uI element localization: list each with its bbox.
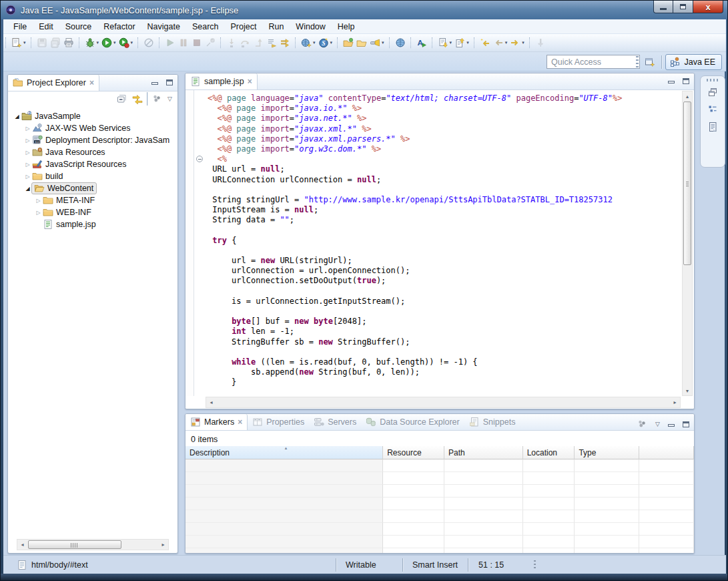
tab-properties[interactable]: Properties xyxy=(248,414,309,430)
maximize-editor-button[interactable] xyxy=(681,76,691,85)
tree-item-deployment-descriptor-javasam[interactable]: ▷3.0Deployment Descriptor: JavaSam xyxy=(8,134,176,146)
folding-ruler[interactable] xyxy=(195,90,205,396)
web-service-explorer-button[interactable]: S▾ xyxy=(317,35,334,50)
scrollbar-thumb[interactable] xyxy=(683,102,691,265)
export-file-button[interactable]: ▾ xyxy=(453,35,470,50)
perspective-java-ee-button[interactable]: Java EE xyxy=(665,54,722,70)
fold-collapse-icon[interactable] xyxy=(196,156,203,162)
tree-item-build[interactable]: ▷build xyxy=(8,170,176,182)
forward-button[interactable]: ▾ xyxy=(508,35,526,50)
column-header-path[interactable]: Path xyxy=(444,446,523,459)
close-icon[interactable]: × xyxy=(248,78,252,85)
collapse-arrow-icon[interactable]: ◢ xyxy=(24,186,31,192)
tab-project-explorer[interactable]: Project Explorer × xyxy=(8,75,99,91)
minimize-window-button[interactable] xyxy=(653,1,673,13)
project-explorer-horizontal-scrollbar[interactable]: ◂ ▸ xyxy=(17,539,169,550)
menu-help[interactable]: Help xyxy=(332,21,361,33)
run-button[interactable]: ▾ xyxy=(100,35,117,50)
search-button[interactable]: ▾ xyxy=(368,35,386,50)
scroll-left-icon[interactable]: ◂ xyxy=(206,397,216,407)
tree-item-javascript-resources[interactable]: ▷JavaScript Resources xyxy=(8,158,176,170)
maximize-button[interactable] xyxy=(681,417,691,431)
minimize-editor-button[interactable] xyxy=(667,76,676,85)
tab-sample-jsp[interactable]: sample.jsp × xyxy=(186,73,258,89)
import-file-button[interactable]: ▾ xyxy=(436,35,454,50)
column-header-type[interactable]: Type xyxy=(575,446,639,459)
view-customize-button[interactable] xyxy=(150,91,163,106)
column-header-resource[interactable]: Resource xyxy=(383,446,444,459)
last-edit-location-button[interactable] xyxy=(478,35,492,50)
run-to-line-button[interactable] xyxy=(265,35,278,50)
restore-views-button[interactable] xyxy=(705,85,721,99)
new-wizard-button[interactable]: ▾ xyxy=(10,35,27,50)
open-web-browser-button[interactable] xyxy=(394,35,407,50)
view-menu-button[interactable]: ▽ xyxy=(654,417,661,431)
quick-access-input[interactable] xyxy=(547,55,640,69)
expand-arrow-icon[interactable]: ▷ xyxy=(24,150,31,156)
scroll-down-icon[interactable]: ▾ xyxy=(683,386,692,395)
scrollbar-thumb[interactable] xyxy=(28,540,121,549)
print-button[interactable] xyxy=(62,35,75,50)
menu-navigate[interactable]: Navigate xyxy=(141,21,186,33)
menu-edit[interactable]: Edit xyxy=(33,21,59,33)
scroll-left-icon[interactable]: ◂ xyxy=(17,540,27,550)
tree-item-sample-jsp[interactable]: sample.jsp xyxy=(8,218,176,230)
scroll-right-icon[interactable]: ▸ xyxy=(670,397,680,407)
tree-item-web-inf[interactable]: ▷WEB-INF xyxy=(8,206,176,218)
outline-view-button[interactable] xyxy=(705,103,721,116)
annotation-ruler[interactable] xyxy=(186,90,194,396)
expand-arrow-icon[interactable]: ▷ xyxy=(24,126,31,132)
menu-file[interactable]: File xyxy=(7,21,33,33)
task-list-view-button[interactable] xyxy=(705,120,721,134)
menu-project[interactable]: Project xyxy=(225,21,263,33)
back-button[interactable]: ▾ xyxy=(492,35,509,50)
editor-horizontal-scrollbar[interactable]: ◂ ▸ xyxy=(206,397,681,408)
open-perspective-button[interactable] xyxy=(642,54,658,70)
menu-run[interactable]: Run xyxy=(262,21,290,33)
maximize-window-button[interactable] xyxy=(673,1,693,13)
collapse-all-button[interactable] xyxy=(115,91,128,106)
expand-arrow-icon[interactable]: ▷ xyxy=(35,210,42,216)
expand-arrow-icon[interactable]: ▷ xyxy=(24,138,31,144)
tree-item-jax-ws-web-services[interactable]: ▷JAX-WS Web Services xyxy=(8,122,176,134)
use-step-filters-button[interactable] xyxy=(278,35,292,50)
column-header-description[interactable]: Description▲ xyxy=(186,446,383,459)
import-button[interactable] xyxy=(342,35,355,50)
tree-item-javasample[interactable]: ◢JJavaSample xyxy=(8,110,176,122)
tab-servers[interactable]: Servers xyxy=(309,414,361,430)
table-cell xyxy=(444,548,523,553)
tree-item-java-resources[interactable]: ▷Java Resources xyxy=(8,146,176,158)
close-window-button[interactable]: x xyxy=(693,1,723,13)
menu-refactor[interactable]: Refactor xyxy=(97,21,141,33)
minimize-view-button[interactable] xyxy=(150,77,159,87)
close-icon[interactable]: × xyxy=(238,419,242,425)
link-with-editor-button[interactable] xyxy=(131,91,144,106)
new-web-service-button[interactable]: ▾ xyxy=(300,35,317,50)
debug-button[interactable]: ▾ xyxy=(83,35,101,50)
tree-item-webcontent[interactable]: ◢WebContent xyxy=(8,182,176,194)
tab-markers[interactable]: Markers× xyxy=(186,414,248,430)
tree-item-meta-inf[interactable]: ▷META-INF xyxy=(8,194,176,206)
menu-source[interactable]: Source xyxy=(59,21,98,33)
code-area[interactable]: <%@ page language="java" contentType="te… xyxy=(208,93,681,395)
scroll-right-icon[interactable]: ▸ xyxy=(158,540,168,550)
validate-button[interactable]: A xyxy=(415,35,428,50)
tab-data-source-explorer[interactable]: Data Source Explorer xyxy=(361,414,464,430)
run-last-tool-button[interactable]: ▾ xyxy=(117,35,135,50)
column-header-location[interactable]: Location xyxy=(523,446,575,459)
close-icon[interactable]: × xyxy=(89,79,94,86)
editor-vertical-scrollbar[interactable]: ▴ ▾ xyxy=(682,91,693,396)
expand-arrow-icon[interactable]: ▷ xyxy=(35,198,42,204)
export-button[interactable] xyxy=(355,35,368,50)
view-customize-button[interactable] xyxy=(635,417,649,431)
menu-window[interactable]: Window xyxy=(290,21,331,33)
scroll-up-icon[interactable]: ▴ xyxy=(683,91,692,101)
expand-arrow-icon[interactable]: ▷ xyxy=(24,174,31,180)
collapse-arrow-icon[interactable]: ◢ xyxy=(13,114,21,120)
minimize-button[interactable] xyxy=(667,417,676,431)
maximize-view-button[interactable] xyxy=(165,77,174,87)
tab-snippets[interactable]: Snippets xyxy=(464,414,520,430)
view-menu-button[interactable]: ▽ xyxy=(166,91,173,106)
expand-arrow-icon[interactable]: ▷ xyxy=(24,162,31,168)
menu-search[interactable]: Search xyxy=(186,21,225,33)
